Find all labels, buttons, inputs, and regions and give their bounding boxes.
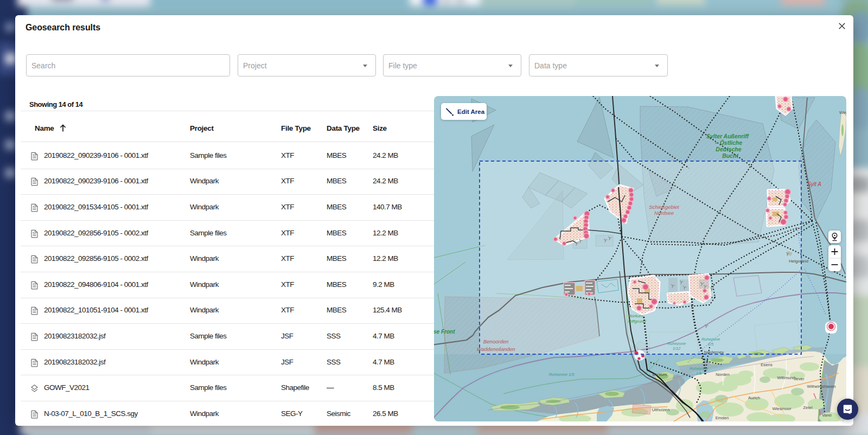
svg-text:Emden: Emden: [716, 415, 729, 420]
svg-text:Schießgebiet: Schießgebiet: [649, 204, 679, 210]
svg-text:Jever: Jever: [794, 376, 804, 381]
svg-text:Wilhelmshaven: Wilhelmshaven: [807, 384, 836, 389]
svg-text:Waddeneilanden: Waddeneilanden: [476, 346, 515, 352]
svg-text:Wiesmoor: Wiesmoor: [772, 406, 791, 411]
svg-text:ese Front: ese Front: [434, 329, 455, 335]
svg-text:Varel: Varel: [822, 413, 832, 418]
svg-text:Zetel: Zetel: [803, 405, 813, 410]
svg-text:Wittmund: Wittmund: [777, 375, 795, 380]
svg-text:1/5: 1/5: [696, 371, 702, 376]
svg-text:Norden: Norden: [716, 372, 730, 377]
svg-text:Riffgrund: Riffgrund: [628, 319, 646, 324]
svg-text:Deutsche: Deutsche: [716, 146, 741, 152]
svg-text:1/5: 1/5: [708, 342, 714, 347]
svg-text:Uithuizen: Uithuizen: [652, 407, 670, 412]
svg-text:Sylter Außenriff: Sylter Außenriff: [706, 133, 750, 139]
svg-text:Ruhezone: Ruhezone: [667, 341, 686, 346]
svg-text:Ruhezone: Ruhezone: [701, 337, 720, 342]
svg-text:West: West: [839, 110, 846, 115]
svg-text:– Östliche: – Östliche: [715, 139, 742, 146]
svg-text:Ruhezone 1/5: Ruhezone 1/5: [549, 372, 575, 377]
svg-text:Benoorden: Benoorden: [483, 338, 508, 344]
svg-text:Nordsee: Nordsee: [654, 210, 674, 216]
svg-text:Borkum: Borkum: [628, 314, 643, 318]
svg-text:1/12: 1/12: [673, 346, 681, 351]
svg-text:Aurich: Aurich: [748, 395, 760, 400]
svg-text:Ruhezone: Ruhezone: [690, 366, 708, 371]
svg-text:Sylt A: Sylt A: [807, 181, 821, 187]
svg-text:Esens: Esens: [761, 362, 773, 367]
svg-text:Bucht: Bucht: [722, 152, 738, 159]
svg-text:Borkum: Borkum: [653, 372, 667, 377]
svg-text:Helgoland: Helgoland: [789, 259, 808, 264]
